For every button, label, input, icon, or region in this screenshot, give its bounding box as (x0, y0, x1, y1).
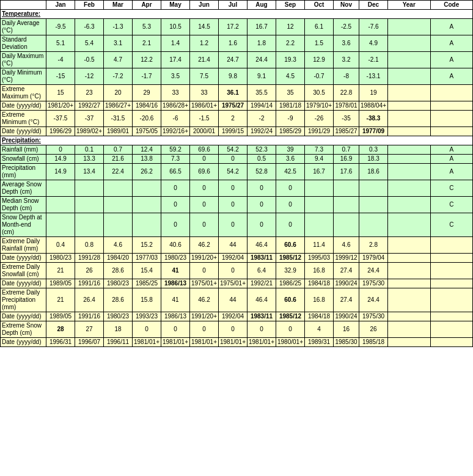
data-cell: 0.1 (75, 145, 104, 155)
data-cell: 27.4 (334, 288, 359, 312)
table-row: Date (yyyy/dd)1989/051991/161980/231985/… (1, 279, 473, 288)
year-cell (388, 52, 431, 68)
data-cell (359, 197, 388, 213)
code-cell: A (430, 19, 473, 35)
data-cell: 1979/10+ (305, 101, 334, 111)
data-cell: 44 (219, 288, 248, 312)
data-cell: -7.6 (359, 19, 388, 35)
data-cell: -26 (305, 111, 334, 127)
data-cell: 0 (248, 197, 276, 213)
table-row: Snowfall (cm)14.913.321.613.87.3000.53.6… (1, 155, 473, 164)
data-cell: 15 (46, 85, 75, 101)
table-row: Date (yyyy/dd)1996/291989/02+1989/011975… (1, 127, 473, 136)
data-cell: 0 (190, 197, 219, 213)
data-cell: 0 (190, 321, 219, 338)
row-label: Daily Maximum (°C) (1, 52, 46, 68)
data-cell: 1975/30 (359, 312, 388, 321)
code-cell: A (430, 145, 473, 155)
header-mar: Mar (104, 1, 133, 10)
row-label: Extreme Daily Snowfall (cm) (1, 263, 46, 279)
data-cell: 11.4 (305, 237, 334, 254)
data-cell: -9.5 (46, 19, 75, 35)
code-cell (430, 288, 473, 312)
data-cell: 20 (104, 85, 133, 101)
data-cell: -2 (248, 111, 276, 127)
data-cell: 60.6 (276, 237, 305, 254)
year-cell (388, 254, 431, 263)
row-label: Daily Average (°C) (1, 19, 46, 35)
data-cell: 1984/18 (305, 279, 334, 288)
data-cell: 1984/16 (133, 101, 161, 111)
code-cell (430, 85, 473, 101)
year-cell (388, 321, 431, 338)
data-cell: 1.5 (305, 35, 334, 52)
data-cell (334, 213, 359, 237)
data-cell: 0.8 (75, 237, 104, 254)
data-cell: 0 (219, 213, 248, 237)
data-cell: 0.5 (248, 155, 276, 164)
row-label: Date (yyyy/dd) (1, 312, 46, 321)
year-cell (388, 111, 431, 127)
header-jan: Jan (46, 1, 75, 10)
year-cell (388, 155, 431, 164)
data-cell: 1991/20+ (190, 312, 219, 321)
code-cell: A (430, 52, 473, 68)
data-cell: 1980/23 (46, 254, 75, 263)
code-cell: C (430, 180, 473, 197)
data-cell (46, 213, 75, 237)
data-cell: 23 (75, 85, 104, 101)
data-cell: 46.4 (248, 237, 276, 254)
row-label: Average Snow Depth (cm) (1, 180, 46, 197)
data-cell: 1980/23 (104, 279, 133, 288)
data-cell: 0 (248, 321, 276, 338)
data-cell: 26.2 (133, 164, 161, 180)
table-row: Precipitation: (1, 136, 473, 145)
data-cell: 1984/20 (104, 254, 133, 263)
data-cell: 36.1 (219, 85, 248, 101)
data-cell: 12.4 (133, 145, 161, 155)
data-cell: 16.9 (334, 155, 359, 164)
year-cell (388, 237, 431, 254)
data-cell: -15 (46, 68, 75, 85)
data-cell: 39 (276, 145, 305, 155)
data-cell: 2.8 (359, 237, 388, 254)
data-cell: -2.1 (359, 52, 388, 68)
data-cell: 0 (219, 180, 248, 197)
code-cell (430, 312, 473, 321)
data-cell: 0 (276, 213, 305, 237)
data-cell: 16.7 (305, 164, 334, 180)
data-cell: 16.8 (305, 263, 334, 279)
data-cell: 1981/01+ (219, 338, 248, 347)
header-may: May (161, 1, 190, 10)
data-cell: 4.6 (334, 237, 359, 254)
data-cell: 22.8 (334, 85, 359, 101)
table-row: Average Snow Depth (cm)00000C (1, 180, 473, 197)
data-cell: 0 (161, 213, 190, 237)
data-cell: 3.1 (104, 35, 133, 52)
data-cell: -20.6 (133, 111, 161, 127)
data-cell: 4.5 (276, 68, 305, 85)
data-cell: 1975/30 (359, 279, 388, 288)
row-label: Precipitation (mm) (1, 164, 46, 180)
data-cell: 2000/01 (190, 127, 219, 136)
data-cell: 0 (190, 180, 219, 197)
data-cell: 1986/13 (161, 312, 190, 321)
data-cell (75, 213, 104, 237)
code-cell: A (430, 35, 473, 52)
data-cell: 35 (276, 85, 305, 101)
data-cell: -1.5 (190, 111, 219, 127)
data-cell: 1995/03 (305, 254, 334, 263)
table-row: Extreme Maximum (°C)15232029333336.135.5… (1, 85, 473, 101)
row-label: Date (yyyy/dd) (1, 101, 46, 111)
data-cell: 26.4 (75, 288, 104, 312)
data-cell: 1985/29 (276, 127, 305, 136)
data-cell: 14.9 (46, 155, 75, 164)
data-cell: 14.9 (46, 164, 75, 180)
header-jun: Jun (190, 1, 219, 10)
data-cell (305, 197, 334, 213)
data-cell: 12.2 (133, 52, 161, 68)
data-cell: 1989/01 (104, 127, 133, 136)
data-cell: 1992/27 (75, 101, 104, 111)
data-cell: 13.3 (75, 155, 104, 164)
table-row: Extreme Minimum (°C)-37.5-37-31.5-20.6-6… (1, 111, 473, 127)
